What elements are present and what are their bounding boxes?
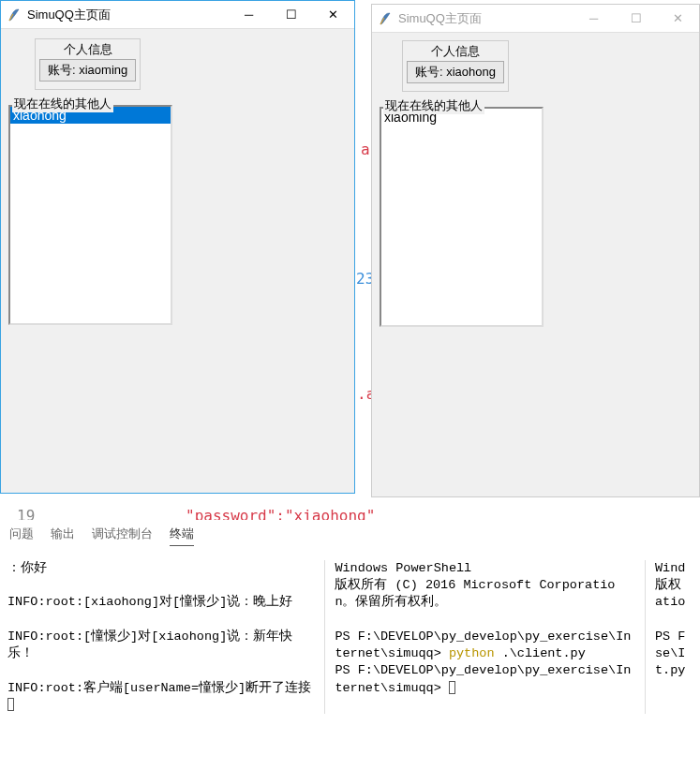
- tab-terminal[interactable]: 终端: [170, 526, 194, 546]
- bottom-panel: 问题 输出 调试控制台 终端 ：你好 INFO:root:[xiaohong]对…: [0, 520, 700, 714]
- window-title: SimuQQ主页面: [398, 10, 573, 27]
- online-users-listbox[interactable]: xiaoming: [380, 107, 544, 327]
- tk-feather-icon: [378, 11, 393, 26]
- simuqq-window-2: SimuQQ主页面 ─ ☐ ✕ 个人信息 账号: xiaohong 现在在线的其…: [371, 4, 700, 497]
- panel-tabs: 问题 输出 调试控制台 终端: [0, 520, 700, 551]
- titlebar[interactable]: SimuQQ主页面 ─ ☐ ✕: [1, 1, 354, 29]
- personal-info-label: 个人信息: [407, 43, 504, 60]
- close-button[interactable]: ✕: [657, 5, 699, 32]
- terminal-pane-1[interactable]: ：你好 INFO:root:[xiaohong]对[憧憬少]说：晚上好 INFO…: [7, 560, 325, 714]
- cursor: [449, 681, 455, 694]
- personal-info-frame: 个人信息 账号: xiaoming: [35, 38, 141, 90]
- tk-feather-icon: [7, 7, 22, 22]
- terminal-pane-3[interactable]: Wind 版权 atio PS F se\I t.py: [655, 560, 693, 714]
- terminal-pane-2[interactable]: Windows PowerShell 版权所有 (C) 2016 Microso…: [335, 560, 646, 714]
- online-users-label: 现在在线的其他人: [12, 96, 113, 112]
- minimize-button[interactable]: ─: [228, 1, 270, 28]
- maximize-button[interactable]: ☐: [615, 5, 657, 32]
- online-users-listbox[interactable]: xiaohong: [8, 105, 172, 325]
- personal-info-label: 个人信息: [39, 41, 136, 58]
- tab-debug[interactable]: 调试控制台: [92, 526, 153, 546]
- personal-info-frame: 个人信息 账号: xiaohong: [402, 40, 509, 92]
- cursor: [7, 698, 14, 711]
- window-title: SimuQQ主页面: [27, 7, 228, 23]
- account-label[interactable]: 账号: xiaoming: [39, 59, 136, 81]
- close-button[interactable]: ✕: [312, 1, 354, 28]
- tab-output[interactable]: 输出: [51, 526, 75, 546]
- online-users-label: 现在在线的其他人: [383, 97, 484, 114]
- account-label[interactable]: 账号: xiaohong: [407, 61, 504, 83]
- minimize-button[interactable]: ─: [573, 5, 615, 32]
- titlebar[interactable]: SimuQQ主页面 ─ ☐ ✕: [372, 5, 699, 33]
- simuqq-window-1: SimuQQ主页面 ─ ☐ ✕ 个人信息 账号: xiaoming 现在在线的其…: [0, 0, 355, 494]
- tab-problems[interactable]: 问题: [9, 526, 34, 546]
- maximize-button[interactable]: ☐: [270, 1, 312, 28]
